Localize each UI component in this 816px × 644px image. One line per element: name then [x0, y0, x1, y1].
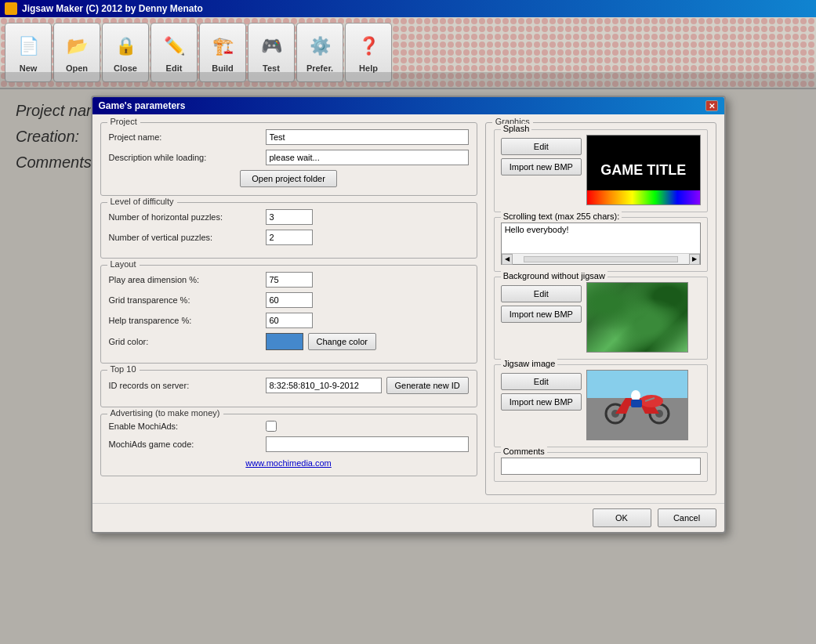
edit-icon: ✏️	[160, 32, 188, 60]
dialog-body: Project Project name: Description while …	[92, 114, 724, 192]
description-form-row: Description while loading:	[109, 150, 469, 165]
test-icon: 🎮	[257, 32, 285, 60]
description-input[interactable]	[266, 150, 469, 165]
dialog-title: Game's parameters	[99, 100, 186, 111]
splash-group: Splash Edit Import new BMP GAME TITLE	[494, 129, 708, 192]
app-icon	[5, 2, 17, 15]
open-icon: 📂	[63, 32, 91, 60]
project-group-label: Project	[107, 117, 140, 126]
dialog-close-button[interactable]: ✕	[705, 100, 718, 111]
splash-import-button[interactable]: Import new BMP	[501, 158, 582, 175]
close-icon: 🔒	[111, 32, 140, 60]
modal-overlay: Game's parameters ✕ Project Project name…	[0, 72, 816, 192]
dialog: Game's parameters ✕ Project Project name…	[91, 96, 726, 192]
graphics-group: Graphics Splash Edit Import new BMP GAME	[485, 122, 716, 192]
title-bar: Jigsaw Maker (C) 2012 by Denny Menato	[0, 0, 816, 17]
left-column: Project Project name: Description while …	[100, 122, 477, 192]
description-field-label: Description while loading:	[109, 153, 266, 162]
right-column: Graphics Splash Edit Import new BMP GAME	[485, 122, 716, 192]
new-icon: 📄	[14, 32, 42, 60]
app-title: Jigsaw Maker (C) 2012 by Denny Menato	[22, 3, 203, 14]
project-name-field-label: Project name:	[109, 132, 266, 142]
project-name-input[interactable]	[266, 129, 469, 145]
project-group: Project Project name: Description while …	[100, 122, 477, 192]
game-title-text: GAME TITLE	[600, 162, 686, 179]
splash-row: Edit Import new BMP GAME TITLE	[501, 135, 701, 192]
prefer-icon: ⚙️	[306, 32, 334, 60]
splash-edit-button[interactable]: Edit	[501, 138, 582, 155]
splash-preview: GAME TITLE	[586, 135, 701, 192]
help-icon: ❓	[354, 32, 383, 60]
dialog-titlebar: Game's parameters ✕	[92, 97, 724, 114]
splash-buttons: Edit Import new BMP	[501, 135, 582, 175]
splash-group-label: Splash	[501, 124, 532, 133]
open-folder-button[interactable]: Open project folder	[240, 170, 337, 187]
build-icon: 🏗️	[209, 32, 237, 60]
project-name-form-row: Project name:	[109, 129, 469, 145]
rainbow-bar	[587, 190, 700, 192]
game-title-preview: GAME TITLE	[587, 136, 700, 192]
